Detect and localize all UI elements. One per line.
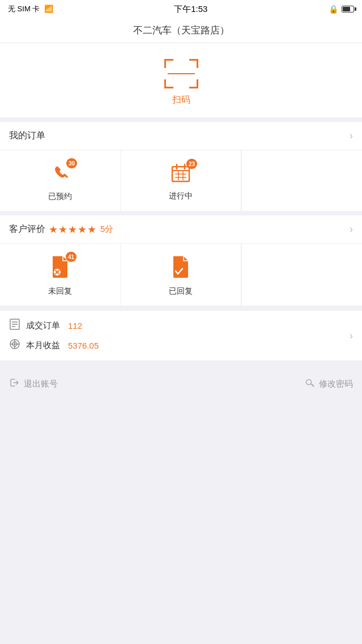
ratings-left: 客户评价 ★★★★★ 5分 [9,223,113,236]
nav-bar: 不二汽车（天宝路店） [0,18,362,43]
status-bar: 无 SIM 卡 📶 下午1:53 🔒 [0,0,362,18]
earnings-icon [9,338,20,350]
change-password-button[interactable]: 修改密码 [304,377,353,391]
logout-label: 退出账号 [24,379,58,389]
qr-corner-br [189,79,198,88]
status-left: 无 SIM 卡 📶 [8,4,53,14]
orders-booked-icon-wrapper: 30 [49,162,71,186]
lock-icon: 🔒 [329,5,338,14]
orders-booked-badge: 30 [66,158,77,168]
ratings-grid: 41 未回复 已回复 [0,244,362,306]
logout-arrow-icon [9,377,20,388]
my-orders-chevron: › [350,130,353,142]
orders-booked-cell[interactable]: 30 已预约 [0,150,121,211]
password-key-icon [304,377,316,388]
nav-title: 不二汽车（天宝路店） [133,24,229,37]
orders-list-icon [9,319,20,330]
file-check-icon [170,255,191,279]
logout-icon [9,377,20,391]
completed-orders-icon [9,319,20,333]
ratings-header[interactable]: 客户评价 ★★★★★ 5分 › [0,215,362,244]
reviews-unreplied-badge: 41 [66,252,76,262]
monthly-earnings-label: 本月收益 [26,340,60,351]
completed-orders-row: 成交订单 112 [9,319,353,333]
ratings-score: 5分 [100,224,113,235]
my-orders-header[interactable]: 我的订单 › [0,122,362,150]
reviews-unreplied-label: 未回复 [48,286,72,296]
key-icon [304,377,316,391]
orders-inprogress-label: 进行中 [169,191,193,201]
status-right: 🔒 [329,5,354,14]
ratings-stars: ★★★★★ [49,223,97,236]
orders-booked-label: 已预约 [48,192,72,202]
qr-section[interactable]: 扫码 [0,43,362,117]
reviews-replied-label: 已回复 [169,286,193,296]
my-orders-title: 我的订单 [9,130,45,142]
completed-orders-value: 112 [68,321,82,331]
qr-corner-tr [189,59,198,68]
orders-inprogress-cell[interactable]: 23 进行中 [121,150,241,211]
battery-icon [342,6,354,12]
reviews-replied-icon-wrapper [170,255,191,281]
status-time: 下午1:53 [174,4,207,15]
completed-orders-label: 成交订单 [26,320,60,331]
reviews-unreplied-icon-wrapper: 41 [49,255,71,281]
stats-arrow: › [350,330,353,342]
monthly-earnings-value: 5376.05 [68,341,99,350]
ratings-chevron: › [350,223,353,235]
orders-inprogress-icon-wrapper: 23 [170,162,191,185]
qr-corner-bl [164,79,173,88]
reviews-replied-cell[interactable]: 已回复 [121,244,241,306]
logout-button[interactable]: 退出账号 [9,377,58,391]
change-password-label: 修改密码 [319,379,353,389]
orders-inprogress-badge: 23 [186,159,197,169]
stats-section[interactable]: 成交订单 112 本月收益 5376.05 › [0,310,362,361]
qr-corner-tl [164,59,173,68]
reviews-empty-cell [241,244,362,306]
my-orders-grid: 30 已预约 23 进行中 [0,150,362,211]
footer-actions: 退出账号 修改密码 [0,366,362,402]
qr-label: 扫码 [172,94,190,106]
my-orders-section: 我的订单 › 30 已预约 [0,122,362,211]
monthly-earnings-icon [9,338,20,353]
reviews-unreplied-cell[interactable]: 41 未回复 [0,244,121,306]
ratings-title: 客户评价 [9,223,45,235]
monthly-earnings-row: 本月收益 5376.05 [9,338,353,353]
qr-line [168,73,195,74]
qr-frame [164,59,198,88]
orders-empty-cell [241,150,362,211]
ratings-section: 客户评价 ★★★★★ 5分 › 41 未回复 [0,215,362,306]
